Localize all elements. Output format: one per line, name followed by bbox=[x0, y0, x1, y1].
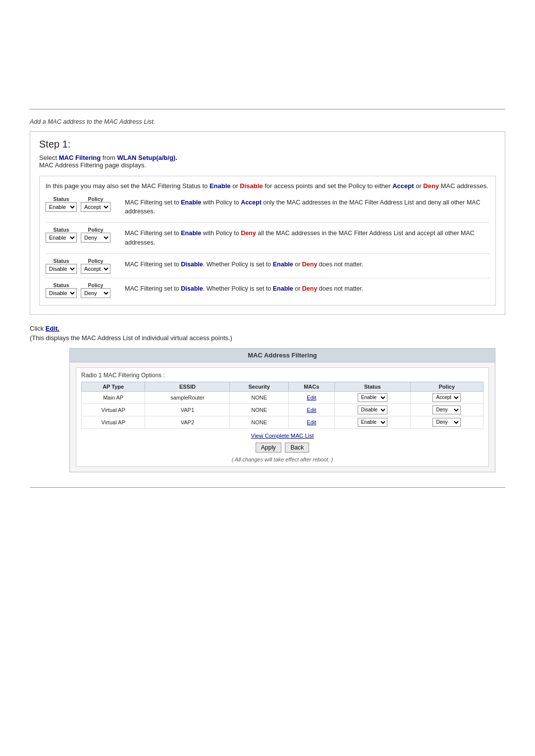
sp-right-4: MAC Filtering set to Disable. Whether Po… bbox=[125, 282, 489, 298]
td-status-1: Enable Disable bbox=[334, 391, 410, 403]
click-edit-line1: Click Edit. bbox=[30, 324, 505, 334]
td-policy-3: Deny Accept bbox=[410, 416, 483, 428]
td-essid-3: VAP2 bbox=[145, 416, 230, 428]
top-rule bbox=[30, 109, 505, 109]
td-ap-type-1: Main AP bbox=[82, 391, 145, 403]
th-ap-type: AP Type bbox=[82, 382, 145, 391]
col-status-1: Status Enable Disable bbox=[46, 196, 77, 212]
td-status-2: Disable Enable bbox=[334, 403, 410, 416]
mac-table-header-row: AP Type ESSID Security MACs Status Polic… bbox=[82, 382, 483, 391]
sp-right-1: MAC Filtering set to Enable with Policy … bbox=[125, 196, 489, 219]
step1-desc-part2: from bbox=[101, 154, 117, 161]
mac-note: ( All changes will take effect after reb… bbox=[81, 456, 483, 462]
step1-desc-part1: Select bbox=[39, 154, 59, 161]
td-essid-1: sampleRouter bbox=[145, 391, 230, 403]
view-complete-mac-list-link[interactable]: View Complete MAC List bbox=[251, 433, 314, 439]
policy-label-4: Policy bbox=[81, 282, 110, 288]
policy-label-3: Policy bbox=[81, 258, 110, 264]
sp-divider-2 bbox=[46, 253, 489, 254]
mac-buttons: Apply Back bbox=[81, 443, 483, 453]
col-policy-3: Policy Accept Deny bbox=[81, 258, 110, 274]
sp-row-2: Status Enable Disable Policy Deny bbox=[46, 227, 489, 250]
mac-filtering-link[interactable]: MAC Filtering bbox=[59, 154, 101, 161]
status-label-2: Status bbox=[46, 227, 77, 233]
policy-select-row1[interactable]: Accept Deny bbox=[432, 393, 461, 402]
content-area: Add a MAC address to the MAC Address Lis… bbox=[30, 118, 505, 472]
td-policy-1: Accept Deny bbox=[410, 391, 483, 403]
step1-desc-part3: MAC Address Filtering page displays. bbox=[39, 161, 146, 169]
th-status: Status bbox=[334, 382, 410, 391]
th-policy: Policy bbox=[410, 382, 483, 391]
sp-right-2: MAC Filtering set to Enable with Policy … bbox=[125, 227, 489, 250]
sp-left-2: Status Enable Disable Policy Deny bbox=[46, 227, 125, 250]
sp-left-1: Status Enable Disable Policy Accept bbox=[46, 196, 125, 219]
td-macs-edit-1[interactable]: Edit bbox=[288, 391, 334, 403]
mac-panel: MAC Address Filtering Radio 1 MAC Filter… bbox=[69, 348, 495, 472]
col-policy-4: Policy Deny Accept bbox=[81, 282, 110, 298]
col-status-3: Status Disable Enable bbox=[46, 258, 77, 274]
step1-box: Step 1: Select MAC Filtering from WLAN S… bbox=[30, 131, 505, 315]
table-row: Main AP sampleRouter NONE Edit Enable Di… bbox=[82, 391, 483, 403]
sp-row-3: Status Disable Enable Policy Accept bbox=[46, 258, 489, 274]
disable-word: Disable bbox=[240, 182, 263, 190]
td-policy-2: Deny Accept bbox=[410, 403, 483, 416]
sp-row-1: Status Enable Disable Policy Accept bbox=[46, 196, 489, 219]
status-label-3: Status bbox=[46, 258, 77, 264]
radio-options-label: Radio 1 MAC Filtering Options : bbox=[81, 372, 483, 379]
status-select-3[interactable]: Disable Enable bbox=[46, 264, 77, 274]
policy-select-1[interactable]: Accept Deny bbox=[81, 202, 110, 212]
policy-select-row3[interactable]: Deny Accept bbox=[432, 418, 461, 427]
info-box: In this page you may also set the MAC Fi… bbox=[39, 176, 496, 305]
back-button[interactable]: Back bbox=[285, 443, 309, 453]
header-row-1: Status Enable Disable Policy Accept bbox=[46, 196, 120, 212]
wlan-setup-link[interactable]: WLAN Setup(a/b/g). bbox=[117, 154, 177, 161]
policy-select-3[interactable]: Accept Deny bbox=[81, 264, 110, 274]
sp-divider-1 bbox=[46, 222, 489, 223]
header-row-4: Status Disable Enable Policy Deny bbox=[46, 282, 120, 298]
col-status-2: Status Enable Disable bbox=[46, 227, 77, 243]
status-select-row3[interactable]: Enable Disable bbox=[358, 418, 387, 427]
policy-select-row2[interactable]: Deny Accept bbox=[432, 405, 461, 414]
sp-left-4: Status Disable Enable Policy Deny bbox=[46, 282, 125, 298]
status-select-1[interactable]: Enable Disable bbox=[46, 202, 77, 212]
policy-select-2[interactable]: Deny Accept bbox=[81, 233, 110, 243]
mac-panel-inner: Radio 1 MAC Filtering Options : AP Type … bbox=[76, 367, 489, 467]
policy-label-2: Policy bbox=[81, 227, 110, 233]
policy-select-4[interactable]: Deny Accept bbox=[81, 288, 110, 298]
click-edit-line2: (This displays the MAC Address List of i… bbox=[30, 333, 505, 343]
col-policy-2: Policy Deny Accept bbox=[81, 227, 110, 243]
td-security-1: NONE bbox=[230, 391, 288, 403]
th-essid: ESSID bbox=[145, 382, 230, 391]
mac-table: AP Type ESSID Security MACs Status Polic… bbox=[81, 382, 483, 429]
header-row-2: Status Enable Disable Policy Deny bbox=[46, 227, 120, 243]
status-select-row2[interactable]: Disable Enable bbox=[358, 405, 387, 414]
policy-label-1: Policy bbox=[81, 196, 110, 202]
page-container: Add a MAC address to the MAC Address Lis… bbox=[0, 109, 535, 756]
table-row: Virtual AP VAP1 NONE Edit Disable Enable bbox=[82, 403, 483, 416]
col-policy-1: Policy Accept Deny bbox=[81, 196, 110, 212]
sp-left-3: Status Disable Enable Policy Accept bbox=[46, 258, 125, 274]
th-security: Security bbox=[230, 382, 288, 391]
status-select-2[interactable]: Enable Disable bbox=[46, 233, 77, 243]
step1-desc: Select MAC Filtering from WLAN Setup(a/b… bbox=[39, 154, 496, 169]
sp-row-4: Status Disable Enable Policy Deny bbox=[46, 282, 489, 298]
td-security-3: NONE bbox=[230, 416, 288, 428]
td-macs-edit-2[interactable]: Edit bbox=[288, 403, 334, 416]
status-label-1: Status bbox=[46, 196, 77, 202]
view-complete-link-container: View Complete MAC List bbox=[81, 433, 483, 439]
edit-link[interactable]: Edit. bbox=[46, 325, 59, 332]
info-box-intro-text: In this page you may also set the MAC Fi… bbox=[46, 181, 489, 191]
status-select-4[interactable]: Disable Enable bbox=[46, 288, 77, 298]
header-row-3: Status Disable Enable Policy Accept bbox=[46, 258, 120, 274]
click-edit-section: Click Edit. (This displays the MAC Addre… bbox=[30, 324, 505, 343]
status-select-row1[interactable]: Enable Disable bbox=[358, 393, 387, 402]
accept-word: Accept bbox=[392, 182, 414, 190]
col-status-4: Status Disable Enable bbox=[46, 282, 77, 298]
td-macs-edit-3[interactable]: Edit bbox=[288, 416, 334, 428]
sp-divider-3 bbox=[46, 278, 489, 278]
status-label-4: Status bbox=[46, 282, 77, 288]
apply-button[interactable]: Apply bbox=[256, 443, 281, 453]
bottom-rule bbox=[30, 487, 505, 488]
deny-word: Deny bbox=[423, 182, 439, 190]
sp-right-3: MAC Filtering set to Disable. Whether Po… bbox=[125, 258, 489, 274]
